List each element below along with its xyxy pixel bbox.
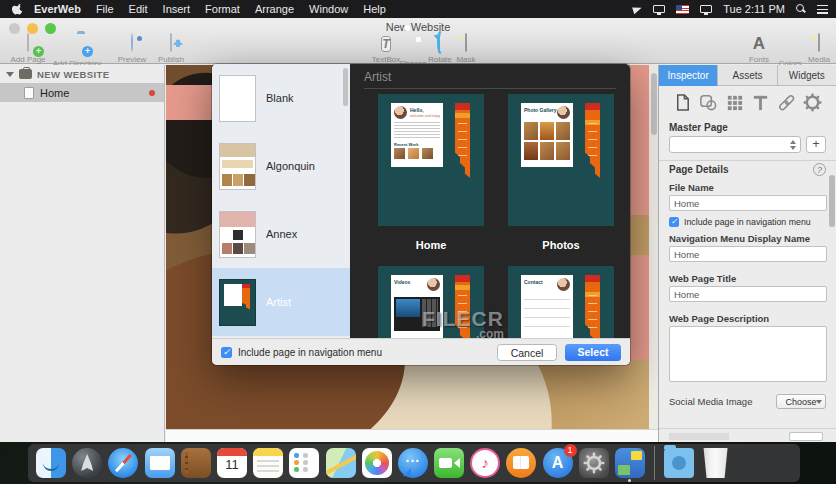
- hyperlink-icon[interactable]: [777, 93, 796, 112]
- menu-item-arrange[interactable]: Arrange: [255, 3, 294, 15]
- dock-notes-icon[interactable]: [253, 448, 283, 478]
- inspector-scrollbar-thumb[interactable]: [829, 175, 835, 227]
- mask-button[interactable]: Mask: [440, 34, 492, 64]
- dock-ibooks-icon[interactable]: [506, 448, 536, 478]
- menu-item-format[interactable]: Format: [205, 3, 240, 15]
- notification-center-icon[interactable]: [817, 5, 828, 14]
- nav-display-name-input[interactable]: [669, 246, 827, 262]
- metrics-grid-icon[interactable]: [725, 93, 744, 112]
- file-name-label: File Name: [669, 182, 826, 193]
- dock-itunes-icon[interactable]: ♪: [470, 448, 500, 478]
- dock-mail-icon[interactable]: [145, 448, 175, 478]
- avatar: [557, 278, 570, 291]
- menu-item-insert[interactable]: Insert: [163, 3, 191, 15]
- template-item-algonquin[interactable]: Algonquin: [212, 132, 350, 200]
- dock-contacts-icon[interactable]: [181, 448, 211, 478]
- tab-assets[interactable]: Assets: [718, 65, 777, 86]
- dropdown-caret-icon: [816, 400, 822, 404]
- file-name-input[interactable]: [669, 195, 827, 211]
- preview-divider: [364, 88, 616, 89]
- template-item-artist[interactable]: Artist: [212, 268, 350, 336]
- page-details-label: Page Details: [669, 164, 728, 175]
- location-arrow-icon[interactable]: [632, 4, 643, 13]
- menu-item-edit[interactable]: Edit: [129, 3, 148, 15]
- web-page-title-input[interactable]: [669, 286, 827, 302]
- dock-facetime-icon[interactable]: [434, 448, 464, 478]
- airplay-display-icon[interactable]: [700, 5, 712, 13]
- desktop: EverWeb File Edit Insert Format Arrange …: [0, 0, 836, 484]
- ribbon-menu-graphic: [585, 275, 600, 338]
- publish-button[interactable]: Publish: [148, 34, 194, 64]
- dock-trash-icon[interactable]: [701, 448, 731, 478]
- media-button[interactable]: Media: [802, 34, 836, 64]
- dock-messages-icon[interactable]: [398, 448, 428, 478]
- preview-page-label-home: Home: [378, 239, 484, 251]
- template-thumb-algonquin: [219, 143, 256, 190]
- canvas-scrollbar[interactable]: [649, 65, 658, 442]
- select-button[interactable]: Select: [565, 344, 621, 361]
- preview-page-home[interactable]: Hello, welcome and enjoy Recent Work: [378, 94, 484, 226]
- template-item-annex[interactable]: Annex: [212, 200, 350, 268]
- template-list: Blank Algonquin Annex Artist: [212, 64, 350, 338]
- preview-page-photos[interactable]: Photo Gallery: [508, 94, 614, 226]
- add-master-page-button[interactable]: +: [806, 136, 826, 153]
- dock-finder-icon[interactable]: [36, 448, 66, 478]
- menu-item-file[interactable]: File: [96, 3, 114, 15]
- window-title: New Website: [0, 21, 836, 33]
- dock-calendar-icon[interactable]: 11: [217, 448, 247, 478]
- fonts-button[interactable]: A Fonts: [742, 34, 776, 64]
- preview-eye-icon: [131, 33, 133, 52]
- dock-photos-icon[interactable]: [362, 448, 392, 478]
- gear-settings-icon[interactable]: [803, 93, 822, 112]
- menu-item-everweb[interactable]: EverWeb: [34, 3, 81, 15]
- web-page-title-label: Web Page Title: [669, 273, 826, 284]
- cancel-button[interactable]: Cancel: [497, 344, 557, 361]
- menu-item-help[interactable]: Help: [363, 3, 386, 15]
- sidebar-page-label: Home: [40, 87, 69, 99]
- dock-downloads-icon[interactable]: [664, 448, 694, 478]
- spotlight-search-icon[interactable]: [796, 4, 806, 14]
- dock-safari-icon[interactable]: [108, 448, 138, 478]
- menu-item-window[interactable]: Window: [309, 3, 348, 15]
- divider: [659, 160, 836, 161]
- tab-widgets[interactable]: Widgets: [778, 65, 836, 86]
- dock-app-store-icon[interactable]: A1: [543, 448, 573, 478]
- tab-inspector[interactable]: Inspector: [659, 65, 718, 86]
- shape-style-icon[interactable]: [699, 93, 718, 112]
- dock-everweb-icon[interactable]: [615, 448, 645, 478]
- disclosure-triangle-icon[interactable]: [6, 72, 14, 77]
- template-preview-pane: Artist Hello, welcome and enjoy Recent W…: [350, 64, 630, 338]
- page-settings-icon[interactable]: [673, 93, 692, 112]
- sidebar-site-row[interactable]: NEW WEBSITE: [0, 65, 164, 83]
- template-item-blank[interactable]: Blank: [212, 64, 350, 132]
- apple-menu-icon[interactable]: [12, 3, 24, 15]
- canvas-scrollbar-thumb[interactable]: [651, 73, 657, 135]
- include-nav-label: Include page in navigation menu: [238, 347, 382, 358]
- help-icon[interactable]: ?: [813, 163, 826, 176]
- nav-display-name-label: Navigation Menu Display Name: [669, 233, 826, 244]
- template-thumb-blank: [219, 75, 256, 122]
- preview-page-contact[interactable]: Contact: [508, 266, 614, 338]
- fonts-icon: A: [748, 34, 770, 54]
- dock-maps-icon[interactable]: [326, 448, 356, 478]
- web-page-description-input[interactable]: [669, 326, 827, 382]
- menu-clock[interactable]: Tue 2:11 PM: [723, 3, 785, 15]
- inspector-include-nav-checkbox[interactable]: ✓: [669, 217, 679, 227]
- sidebar-page-home[interactable]: Home: [0, 83, 164, 102]
- us-flag-input-source-icon[interactable]: [676, 5, 689, 14]
- dock-system-preferences-icon[interactable]: [579, 448, 609, 478]
- dock-launchpad-icon[interactable]: [72, 448, 102, 478]
- dock-reminders-icon[interactable]: [289, 448, 319, 478]
- preview-theme-title: Artist: [364, 70, 391, 84]
- pages-sidebar: NEW WEBSITE Home: [0, 65, 165, 442]
- add-directory-button[interactable]: + Add Directory: [44, 34, 110, 68]
- choose-image-button[interactable]: Choose: [776, 394, 826, 409]
- template-list-scrollbar-thumb[interactable]: [343, 68, 348, 106]
- ribbon-menu-graphic: [455, 103, 470, 178]
- include-nav-checkbox[interactable]: ✓: [221, 347, 232, 358]
- display-mirroring-icon[interactable]: [653, 5, 665, 13]
- inspector-panel: Inspector Assets Widgets Master Page +: [658, 65, 836, 442]
- text-style-icon[interactable]: [751, 93, 770, 112]
- menu-bar: EverWeb File Edit Insert Format Arrange …: [0, 0, 836, 18]
- master-page-select[interactable]: [669, 136, 801, 153]
